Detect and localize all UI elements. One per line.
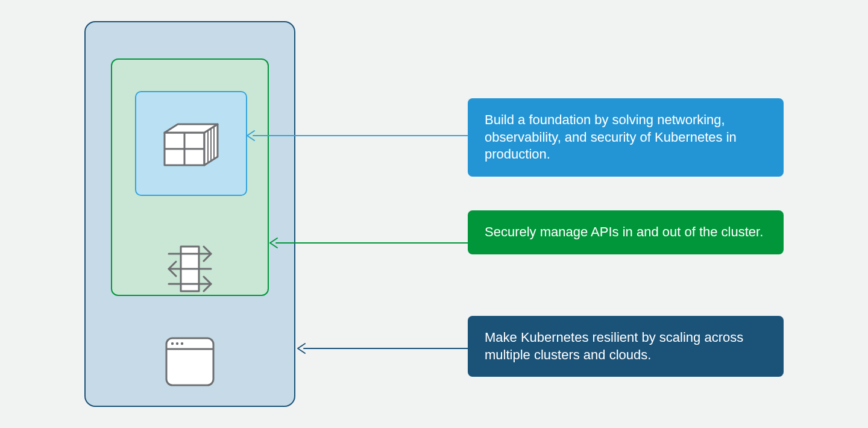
inner-box	[135, 91, 247, 196]
callout-foundation: Build a foundation by solving networking…	[468, 98, 784, 177]
app-icon-holder	[86, 336, 294, 388]
callout-apis: Securely manage APIs in and out of the c…	[468, 210, 784, 254]
svg-point-16	[181, 342, 183, 345]
arrow-resilient	[295, 341, 469, 356]
container-stack-icon	[161, 118, 221, 169]
svg-rect-12	[166, 338, 213, 385]
outer-box	[84, 21, 295, 407]
callout-apis-text: Securely manage APIs in and out of the c…	[485, 224, 763, 239]
api-icon-holder	[112, 242, 268, 296]
callout-resilient-text: Make Kubernetes resilient by scaling acr…	[485, 330, 743, 362]
api-arrows-icon	[157, 242, 223, 296]
callout-foundation-text: Build a foundation by solving networking…	[485, 112, 737, 162]
callout-resilient: Make Kubernetes resilient by scaling acr…	[468, 316, 784, 377]
middle-box	[111, 58, 269, 296]
arrow-apis	[268, 236, 469, 250]
svg-point-14	[171, 342, 174, 345]
arrow-foundation	[245, 128, 469, 143]
diagram-canvas: Build a foundation by solving networking…	[0, 0, 868, 428]
app-window-icon	[164, 336, 216, 388]
svg-point-15	[176, 342, 178, 345]
